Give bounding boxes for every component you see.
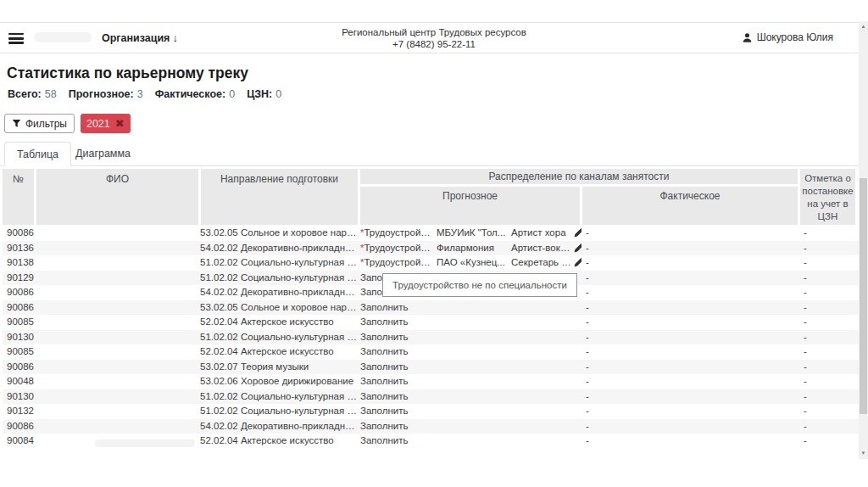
row-fact: - [581, 241, 798, 256]
col-group-distribution: Распределение по каналам занятости Прогн… [360, 169, 798, 225]
row-prognoz: *Трудоустройст...МБУИиК "Тол...Артист хо… [358, 226, 581, 241]
tab-diagram[interactable]: Диаграмма [64, 142, 142, 166]
user-menu[interactable]: Шокурова Юлия [742, 31, 833, 43]
fill-in-link[interactable]: Заполнить [360, 434, 408, 449]
fill-in-link[interactable]: Заполнить [360, 344, 408, 360]
filter-badge-2021[interactable]: 2021 ✖ [81, 114, 131, 133]
row-fact: - [581, 255, 798, 271]
col-header-direction: Направление подготовки [201, 169, 358, 225]
row-id: 90136... [3, 241, 34, 256]
row-fact: - [581, 285, 798, 300]
scroll-thumb[interactable] [860, 178, 867, 414]
row-direction: 54.02.02 Декоративно-прикладное ис... [198, 419, 358, 434]
prognoz-position: Артист хора [511, 226, 571, 241]
row-prognoz: *Трудоустройст...ФилармонияАртист-вокал.… [358, 241, 581, 256]
row-prognoz: Заполнить [358, 389, 581, 405]
fill-in-link[interactable]: Заполнить [360, 315, 408, 330]
row-fio [34, 374, 198, 389]
badge-close-icon[interactable]: ✖ [115, 117, 125, 130]
row-fio [34, 330, 198, 345]
row-fact: - [581, 226, 798, 241]
prognoz-channel: *Трудоустройст... [360, 226, 434, 241]
fill-in-link[interactable]: Заполнить [360, 404, 408, 419]
row-czn: - [798, 374, 854, 389]
edit-pencil-icon[interactable] [574, 226, 581, 241]
row-fio [34, 226, 198, 241]
row-czn: - [798, 434, 854, 449]
row-direction: 53.02.06 Хоровое дирижирование [198, 374, 358, 389]
row-prognoz: Заполнить [358, 300, 581, 316]
row-prognoz: Заполнить [358, 419, 581, 434]
edit-pencil-icon[interactable] [574, 241, 581, 256]
row-direction: 51.02.02 Социально-культурная деяте... [198, 330, 358, 345]
table-row: 90048...53.02.06 Хоровое дирижированиеЗа… [3, 374, 859, 389]
row-direction: 53.02.05 Сольное и хоровое народно... [198, 300, 358, 316]
row-prognoz: Заполнить [358, 330, 581, 345]
table-row: 90138...51.02.02 Социально-культурная де… [3, 255, 859, 271]
fill-in-link[interactable]: Заполнить [360, 389, 408, 405]
prognoz-position: Артист-вокал... [511, 241, 571, 256]
row-fact: - [581, 434, 798, 449]
filters-row: Фильтры 2021 ✖ [4, 114, 131, 133]
row-id: 90085... [3, 315, 34, 330]
fill-in-link[interactable]: Заполнить [360, 330, 408, 345]
table-row: 90086...53.02.05 Сольное и хоровое народ… [3, 300, 859, 316]
edit-pencil-icon[interactable] [574, 255, 581, 271]
row-fio [34, 271, 198, 286]
arrow-down-icon: ↓ [172, 31, 178, 44]
row-prognoz: Заполнить [358, 434, 581, 449]
tab-table[interactable]: Таблица [4, 142, 71, 166]
row-id: 90130... [3, 389, 34, 405]
row-czn: - [798, 226, 854, 241]
table-row: 90085...52.02.04 Актерское искусствоЗапо… [3, 344, 859, 360]
row-id: 90130... [3, 330, 34, 345]
row-direction: 53.02.05 Сольное и хоровое народно... [198, 226, 358, 241]
stat-czn: ЦЗН:0 [247, 88, 281, 100]
row-prognoz: Заполнить [358, 360, 581, 375]
row-czn: - [798, 315, 854, 330]
fill-in-link[interactable]: Заполнить [360, 419, 408, 434]
table-header: № ФИО Направление подготовки Распределен… [3, 169, 856, 225]
col-header-distribution: Распределение по каналам занятости [360, 169, 798, 184]
scroll-up-icon[interactable]: ▲ [859, 21, 868, 32]
row-czn: - [798, 271, 854, 286]
page-title: Статистика по карьерному треку [7, 64, 248, 82]
col-header-czn: Отметка о постановке на учет в ЦЗН [800, 169, 855, 225]
row-fio [34, 315, 198, 330]
filters-button-label: Фильтры [25, 118, 67, 130]
row-czn: - [798, 285, 854, 300]
row-fact: - [581, 374, 798, 389]
hamburger-icon[interactable] [8, 33, 24, 44]
org-selector[interactable]: Организация ↓ [102, 31, 178, 44]
fill-in-link[interactable]: Заполнить [360, 360, 408, 375]
row-direction: 53.02.07 Теория музыки [198, 360, 358, 375]
row-fio [34, 344, 198, 360]
row-fact: - [581, 389, 798, 405]
table-row: 90085...52.02.04 Актерское искусствоЗапо… [3, 315, 859, 330]
row-czn: - [798, 344, 854, 360]
scroll-down-icon[interactable]: ▼ [859, 448, 868, 459]
col-header-prognoz: Прогнозное [360, 187, 580, 225]
redacted-text [95, 439, 195, 447]
fill-in-link[interactable]: Заполнить [360, 300, 408, 316]
prognoz-employer: Филармония [437, 241, 509, 256]
row-czn: - [798, 300, 854, 316]
page-scrollbar[interactable]: ▲ ▼ [859, 21, 868, 459]
stat-total: Всего:58 [8, 88, 57, 100]
table-row: 90086...54.02.02 Декоративно-прикладное … [3, 419, 859, 434]
row-czn: - [798, 330, 854, 345]
table-row: 90132...51.02.02 Социально-культурная де… [3, 404, 859, 419]
org-center-name: Региональный центр Трудовых ресурсов [307, 26, 561, 38]
row-fact: - [581, 315, 798, 330]
stat-fact: Фактическое:0 [155, 88, 235, 100]
filters-button[interactable]: Фильтры [4, 114, 75, 133]
prognoz-employer: ПАО «Кузнец... [437, 255, 509, 271]
row-fio [34, 285, 198, 300]
row-fio [34, 389, 198, 405]
col-header-num: № [3, 169, 34, 225]
row-czn: - [798, 241, 854, 256]
top-navbar: Организация ↓ Региональный центр Трудовы… [0, 22, 859, 53]
fill-in-link[interactable]: Заполнить [360, 374, 408, 389]
tab-bar: Таблица Диаграмма [0, 142, 859, 166]
row-direction: 51.02.02 Социально-культурная деяте... [198, 404, 358, 419]
